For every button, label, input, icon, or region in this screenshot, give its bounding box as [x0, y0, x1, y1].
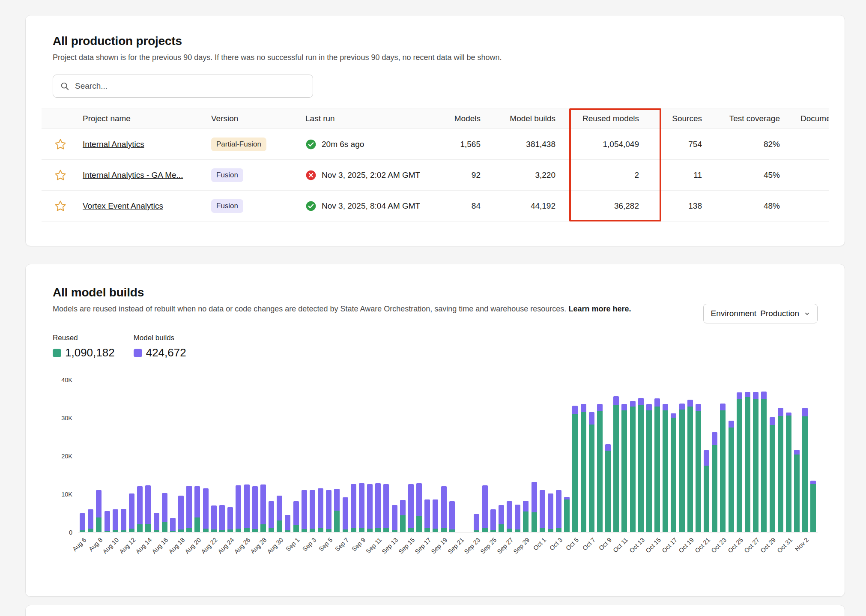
col-test-coverage[interactable]: Test coverage: [705, 114, 783, 123]
bar-sep-16[interactable]: [415, 380, 423, 532]
bar-oct-12[interactable]: [629, 380, 637, 532]
bar-sep-8[interactable]: [349, 380, 358, 532]
bar-sep-14[interactable]: [399, 380, 407, 532]
bar-sep-6[interactable]: [333, 380, 341, 532]
bar-oct-30[interactable]: [776, 380, 785, 532]
bar-sep-2[interactable]: [300, 380, 308, 532]
bar-aug-19[interactable]: [185, 380, 193, 532]
bar-aug-10[interactable]: Aug 10: [111, 380, 119, 532]
bar-sep-30[interactable]: [530, 380, 538, 532]
project-name-link[interactable]: Internal Analytics: [83, 140, 144, 149]
col-project-name[interactable]: Project name: [79, 114, 208, 123]
bar-aug-23[interactable]: [218, 380, 226, 532]
bar-aug-6[interactable]: Aug 6: [78, 380, 87, 532]
bar-aug-18[interactable]: Aug 18: [177, 380, 185, 532]
favorite-star-button[interactable]: [54, 138, 67, 151]
bar-sep-12[interactable]: [382, 380, 390, 532]
bar-oct-7[interactable]: Oct 7: [588, 380, 596, 532]
bar-oct-17[interactable]: Oct 17: [669, 380, 678, 532]
bar-oct-14[interactable]: [645, 380, 653, 532]
bar-sep-19[interactable]: Sep 19: [440, 380, 448, 532]
bar-sep-20[interactable]: [448, 380, 456, 532]
bar-aug-8[interactable]: Aug 8: [95, 380, 103, 532]
bar-aug-7[interactable]: [87, 380, 95, 532]
bar-oct-23[interactable]: Oct 23: [719, 380, 727, 532]
bar-oct-4[interactable]: [563, 380, 571, 532]
favorite-star-button[interactable]: [54, 200, 67, 212]
bar-oct-8[interactable]: [596, 380, 604, 532]
learn-more-link[interactable]: Learn more here.: [568, 305, 631, 313]
bar-aug-27[interactable]: [251, 380, 259, 532]
bar-aug-30[interactable]: Aug 30: [275, 380, 284, 532]
col-model-builds[interactable]: Model builds: [484, 114, 559, 123]
bar-oct-20[interactable]: [694, 380, 702, 532]
bar-oct-2[interactable]: [546, 380, 555, 532]
bar-aug-29[interactable]: [267, 380, 275, 532]
bar-aug-13[interactable]: [136, 380, 144, 532]
bar-aug-22[interactable]: Aug 22: [210, 380, 218, 532]
bar-aug-21[interactable]: [202, 380, 210, 532]
bar-sep-5[interactable]: Sep 5: [325, 380, 333, 532]
bar-oct-31[interactable]: Oct 31: [785, 380, 793, 532]
bar-aug-20[interactable]: Aug 20: [193, 380, 201, 532]
bar-oct-26[interactable]: [744, 380, 752, 532]
bar-nov-2[interactable]: Nov 2: [801, 380, 809, 532]
bar-sep-15[interactable]: Sep 15: [407, 380, 415, 532]
bar-oct-18[interactable]: [678, 380, 686, 532]
bar-nov-3[interactable]: [809, 380, 817, 532]
bar-aug-12[interactable]: Aug 12: [128, 380, 136, 532]
bar-sep-27[interactable]: Sep 27: [505, 380, 514, 532]
bar-oct-3[interactable]: Oct 3: [555, 380, 563, 532]
bar-sep-21[interactable]: Sep 21: [456, 380, 464, 532]
col-models[interactable]: Models: [443, 114, 484, 123]
bar-sep-3[interactable]: Sep 3: [308, 380, 317, 532]
bar-oct-11[interactable]: Oct 11: [620, 380, 628, 532]
project-name-link[interactable]: Internal Analytics - GA Me...: [83, 170, 183, 179]
bar-aug-16[interactable]: Aug 16: [161, 380, 169, 532]
bar-sep-24[interactable]: [481, 380, 489, 532]
bar-aug-25[interactable]: [234, 380, 242, 532]
bar-sep-17[interactable]: Sep 17: [423, 380, 431, 532]
col-sources[interactable]: Sources: [642, 114, 705, 123]
col-last-run[interactable]: Last run: [302, 114, 443, 123]
bar-oct-5[interactable]: Oct 5: [571, 380, 579, 532]
bar-aug-17[interactable]: [169, 380, 177, 532]
bar-oct-29[interactable]: Oct 29: [768, 380, 776, 532]
bar-oct-15[interactable]: Oct 15: [653, 380, 661, 532]
bar-sep-29[interactable]: Sep 29: [522, 380, 530, 532]
bar-sep-28[interactable]: [514, 380, 522, 532]
col-documentation[interactable]: Documentation: [783, 114, 829, 123]
bar-aug-31[interactable]: [284, 380, 292, 532]
bar-oct-21[interactable]: Oct 21: [702, 380, 711, 532]
bar-sep-1[interactable]: Sep 1: [292, 380, 300, 532]
bar-sep-4[interactable]: [317, 380, 325, 532]
bar-sep-25[interactable]: Sep 25: [489, 380, 497, 532]
bar-oct-27[interactable]: Oct 27: [752, 380, 760, 532]
bar-oct-1[interactable]: Oct 1: [538, 380, 546, 532]
col-version[interactable]: Version: [208, 114, 302, 123]
environment-dropdown[interactable]: Environment Production: [703, 304, 818, 323]
project-search[interactable]: [53, 75, 313, 98]
bar-aug-15[interactable]: [152, 380, 161, 532]
bar-oct-22[interactable]: [711, 380, 719, 532]
project-name-link[interactable]: Vortex Event Analytics: [83, 201, 163, 210]
bar-aug-9[interactable]: [103, 380, 111, 532]
bar-oct-16[interactable]: [661, 380, 669, 532]
bar-aug-14[interactable]: Aug 14: [144, 380, 152, 532]
favorite-star-button[interactable]: [54, 169, 67, 182]
bar-oct-9[interactable]: Oct 9: [604, 380, 612, 532]
bar-oct-25[interactable]: Oct 25: [735, 380, 744, 532]
bar-oct-19[interactable]: Oct 19: [686, 380, 694, 532]
bar-sep-7[interactable]: Sep 7: [341, 380, 349, 532]
bar-aug-11[interactable]: [119, 380, 128, 532]
bar-sep-13[interactable]: Sep 13: [391, 380, 399, 532]
bar-sep-10[interactable]: [366, 380, 374, 532]
search-input[interactable]: [74, 81, 306, 91]
bar-aug-24[interactable]: Aug 24: [226, 380, 234, 532]
bar-oct-6[interactable]: [579, 380, 587, 532]
bar-nov-1[interactable]: [793, 380, 801, 532]
bar-sep-18[interactable]: [431, 380, 439, 532]
bar-oct-24[interactable]: [727, 380, 735, 532]
bar-sep-22[interactable]: [464, 380, 472, 532]
bar-sep-11[interactable]: Sep 11: [374, 380, 382, 532]
